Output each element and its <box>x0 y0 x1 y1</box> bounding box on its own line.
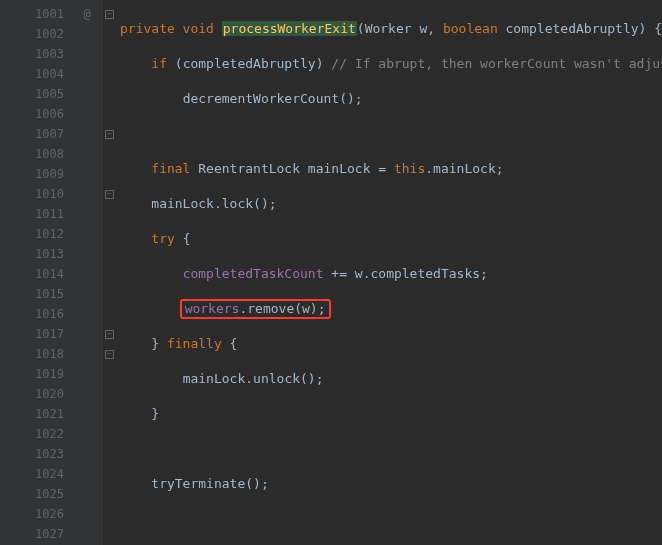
fold-toggle[interactable]: − <box>103 184 116 204</box>
line-number: 1011 <box>0 204 72 224</box>
fold-minus-icon[interactable]: − <box>105 190 114 199</box>
fold-toggle[interactable] <box>103 364 116 384</box>
annotation-cell <box>72 224 102 244</box>
line-number: 1002 <box>0 24 72 44</box>
annotation-cell <box>72 324 102 344</box>
annotation-cell <box>72 84 102 104</box>
fold-toggle[interactable]: − <box>103 344 116 364</box>
annotation-cell <box>72 484 102 504</box>
fold-toggle[interactable] <box>103 524 116 544</box>
code-editor[interactable]: private void processWorkerExit(Worker w,… <box>116 0 662 545</box>
fold-toggle[interactable] <box>103 44 116 64</box>
line-number: 1001 <box>0 4 72 24</box>
code-line: decrementWorkerCount(); <box>120 89 662 109</box>
fold-toggle[interactable]: − <box>103 4 116 24</box>
code-line <box>120 124 662 144</box>
fold-minus-icon[interactable]: − <box>105 350 114 359</box>
fold-minus-icon[interactable]: − <box>105 10 114 19</box>
line-number-gutter: 1001100210031004100510061007100810091010… <box>0 0 72 545</box>
annotation-cell <box>72 184 102 204</box>
annotation-cell <box>72 364 102 384</box>
fold-toggle[interactable] <box>103 224 116 244</box>
code-line: mainLock.lock(); <box>120 194 662 214</box>
code-line: tryTerminate(); <box>120 474 662 494</box>
line-number: 1009 <box>0 164 72 184</box>
fold-toggle[interactable] <box>103 384 116 404</box>
line-number: 1024 <box>0 464 72 484</box>
annotation-cell: @ <box>72 4 102 24</box>
line-number: 1005 <box>0 84 72 104</box>
annotation-cell <box>72 44 102 64</box>
fold-toggle[interactable] <box>103 404 116 424</box>
annotation-cell <box>72 504 102 524</box>
annotation-cell <box>72 464 102 484</box>
line-number: 1007 <box>0 124 72 144</box>
code-line <box>120 439 662 459</box>
fold-minus-icon[interactable]: − <box>105 330 114 339</box>
code-line: } <box>120 404 662 424</box>
annotation-cell <box>72 204 102 224</box>
annotation-cell <box>72 244 102 264</box>
annotation-cell <box>72 64 102 84</box>
line-number: 1014 <box>0 264 72 284</box>
fold-toggle[interactable] <box>103 464 116 484</box>
line-number: 1017 <box>0 324 72 344</box>
line-number: 1003 <box>0 44 72 64</box>
line-number: 1006 <box>0 104 72 124</box>
fold-toggle[interactable] <box>103 424 116 444</box>
line-number: 1015 <box>0 284 72 304</box>
line-number: 1004 <box>0 64 72 84</box>
fold-toggle[interactable]: − <box>103 124 116 144</box>
annotation-cell <box>72 384 102 404</box>
code-line: if (completedAbruptly) // If abrupt, the… <box>120 54 662 74</box>
line-number: 1013 <box>0 244 72 264</box>
annotation-cell <box>72 104 102 124</box>
annotation-cell <box>72 124 102 144</box>
fold-toggle[interactable] <box>103 144 116 164</box>
fold-gutter: −−−−− <box>102 0 116 545</box>
fold-toggle[interactable] <box>103 484 116 504</box>
line-number: 1020 <box>0 384 72 404</box>
annotation-cell <box>72 144 102 164</box>
code-line <box>120 509 662 529</box>
annotation-cell <box>72 404 102 424</box>
fold-toggle[interactable] <box>103 104 116 124</box>
annotation-cell <box>72 444 102 464</box>
line-number: 1026 <box>0 504 72 524</box>
fold-toggle[interactable] <box>103 24 116 44</box>
highlighted-box: workers.remove(w); <box>180 299 331 319</box>
fold-toggle[interactable] <box>103 264 116 284</box>
annotation-cell <box>72 264 102 284</box>
fold-toggle[interactable] <box>103 504 116 524</box>
line-number: 1018 <box>0 344 72 364</box>
highlighted-method: processWorkerExit <box>222 21 357 36</box>
code-line: } finally { <box>120 334 662 354</box>
annotation-cell <box>72 164 102 184</box>
fold-toggle[interactable] <box>103 204 116 224</box>
fold-toggle[interactable]: − <box>103 324 116 344</box>
fold-toggle[interactable] <box>103 244 116 264</box>
fold-toggle[interactable] <box>103 304 116 324</box>
code-line: completedTaskCount += w.completedTasks; <box>120 264 662 284</box>
annotation-gutter: @ <box>72 0 102 545</box>
annotation-cell <box>72 284 102 304</box>
code-line: final ReentrantLock mainLock = this.main… <box>120 159 662 179</box>
annotation-cell <box>72 524 102 544</box>
line-number: 1019 <box>0 364 72 384</box>
line-number: 1010 <box>0 184 72 204</box>
fold-toggle[interactable] <box>103 84 116 104</box>
annotation-cell <box>72 344 102 364</box>
annotation-cell <box>72 24 102 44</box>
code-line: try { <box>120 229 662 249</box>
annotation-cell <box>72 304 102 324</box>
fold-toggle[interactable] <box>103 64 116 84</box>
fold-toggle[interactable] <box>103 284 116 304</box>
fold-toggle[interactable] <box>103 444 116 464</box>
line-number: 1016 <box>0 304 72 324</box>
annotation-cell <box>72 424 102 444</box>
fold-minus-icon[interactable]: − <box>105 130 114 139</box>
line-number: 1021 <box>0 404 72 424</box>
code-line: mainLock.unlock(); <box>120 369 662 389</box>
fold-toggle[interactable] <box>103 164 116 184</box>
line-number: 1023 <box>0 444 72 464</box>
